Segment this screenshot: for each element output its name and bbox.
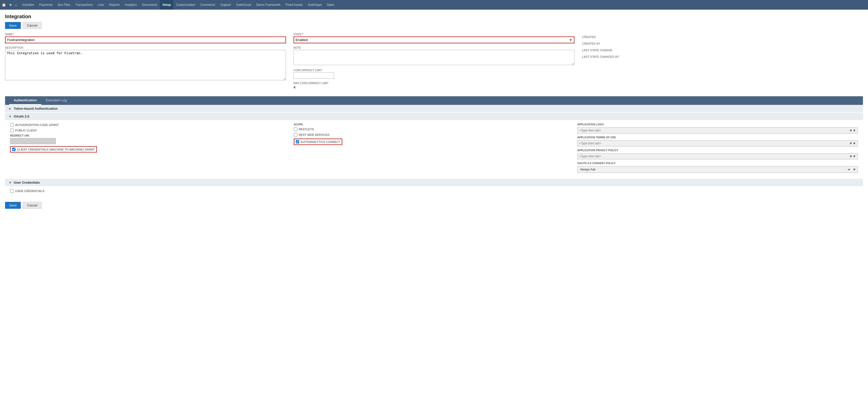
oauth-app-col: APPLICATION LOGO ▼▼ APPLICATION TERMS OF… bbox=[577, 123, 858, 175]
nav-lists[interactable]: Lists bbox=[95, 0, 106, 10]
nav-suitesocial[interactable]: SuiteSocial bbox=[234, 0, 254, 10]
redirect-uri-input[interactable] bbox=[10, 138, 56, 144]
rest-web-services-row: REST WEB SERVICES bbox=[294, 133, 575, 136]
nav-support[interactable]: Support bbox=[218, 0, 234, 10]
top-button-row: Save Cancel bbox=[5, 22, 863, 29]
created-label: CREATED bbox=[582, 35, 863, 38]
nav-bar: ⏰ ★ ⌂ Activities Payments Box Files Tran… bbox=[0, 0, 868, 10]
consent-select[interactable]: Always Ask Skip If Allowed Skip Always bbox=[578, 166, 851, 172]
main-content: Integration Save Cancel NAME* DESCRIPTIO… bbox=[0, 10, 868, 222]
tab-execution-log[interactable]: Execution Log bbox=[41, 96, 71, 105]
created-by-label: CREATED BY bbox=[582, 42, 863, 45]
user-credentials-section-header[interactable]: ▼ User Credentials bbox=[5, 179, 863, 186]
tab-authentication[interactable]: Authentication bbox=[9, 96, 41, 105]
app-terms-input[interactable] bbox=[578, 140, 847, 146]
state-label: STATE* bbox=[293, 33, 575, 36]
concurrency-input[interactable] bbox=[293, 72, 334, 79]
tabs-bar: Authentication Execution Log bbox=[5, 96, 863, 105]
nav-transactions[interactable]: Transactions bbox=[73, 0, 95, 10]
nav-icons: ⏰ ★ ⌂ bbox=[2, 3, 17, 7]
save-button-top[interactable]: Save bbox=[5, 22, 21, 29]
app-terms-select-wrap: ▼▼ bbox=[577, 140, 858, 147]
nav-payments[interactable]: Payments bbox=[36, 0, 55, 10]
note-label: NOTE bbox=[293, 46, 575, 49]
oauth-section-header[interactable]: ▼ OAuth 2.0 bbox=[5, 113, 863, 120]
last-state-changed-by-label: LAST STATE CHANGED BY bbox=[582, 55, 863, 58]
oauth-title: OAuth 2.0 bbox=[14, 115, 29, 118]
rest-web-services-checkbox[interactable] bbox=[294, 133, 297, 136]
app-logo-label: APPLICATION LOGO bbox=[577, 123, 858, 126]
public-client-row: PUBLIC CLIENT bbox=[10, 129, 291, 132]
nav-setup[interactable]: Setup bbox=[160, 0, 174, 10]
concurrency-label: CONCURRENCY LIMIT bbox=[293, 69, 575, 72]
nav-suiteapps[interactable]: SuiteApps bbox=[305, 0, 324, 10]
home-icon[interactable]: ⌂ bbox=[15, 3, 17, 7]
form-col-1: NAME* DESCRIPTION This Integration is us… bbox=[5, 33, 286, 92]
user-credentials-title: User Credentials bbox=[14, 181, 40, 185]
user-credentials-checkbox[interactable] bbox=[10, 189, 14, 193]
token-based-toggle-icon: ► bbox=[9, 107, 12, 110]
user-credentials-row: USER CREDENTIALS bbox=[10, 189, 858, 193]
max-concurrency-field-group: MAX CONCURRENCY LIMIT 4 bbox=[293, 82, 575, 89]
public-client-checkbox[interactable] bbox=[10, 129, 14, 132]
oauth-scope-col: SCOPE RESTLETS REST WEB SERVICES SUITEAN… bbox=[294, 123, 575, 175]
nav-sales[interactable]: Sales bbox=[324, 0, 337, 10]
consent-select-wrap: Always Ask Skip If Allowed Skip Always ▼ bbox=[577, 166, 858, 173]
client-credentials-checkbox[interactable] bbox=[12, 148, 16, 151]
max-concurrency-value: 4 bbox=[293, 85, 575, 89]
star-icon[interactable]: ★ bbox=[9, 3, 12, 7]
app-terms-arrow-icon: ▼▼ bbox=[847, 141, 858, 146]
nav-reports[interactable]: Reports bbox=[106, 0, 122, 10]
suiteanalytics-connect-label: SUITEANALYTICS CONNECT bbox=[301, 140, 340, 143]
description-field-group: DESCRIPTION This Integration is used for… bbox=[5, 46, 286, 81]
app-terms-label: APPLICATION TERMS OF USE bbox=[577, 136, 858, 139]
name-label: NAME* bbox=[5, 33, 286, 36]
oauth-grid: AUTHORIZATION CODE GRANT PUBLIC CLIENT R… bbox=[10, 123, 858, 175]
restlets-checkbox[interactable] bbox=[294, 127, 297, 131]
authorization-code-grant-checkbox[interactable] bbox=[10, 123, 14, 127]
user-credentials-toggle-icon: ▼ bbox=[9, 181, 12, 185]
token-based-section-header[interactable]: ► Token-based Authentication bbox=[5, 105, 863, 112]
state-select-wrap: Enabled Disabled ▼ bbox=[293, 36, 575, 43]
last-state-change-label: LAST STATE CHANGE bbox=[582, 49, 863, 52]
restlets-label: RESTLETS bbox=[299, 128, 314, 131]
user-credentials-section-body: USER CREDENTIALS bbox=[5, 186, 863, 198]
nav-analytics[interactable]: Analytics bbox=[122, 0, 140, 10]
cancel-button-bottom[interactable]: Cancel bbox=[23, 202, 41, 209]
description-label: DESCRIPTION bbox=[5, 46, 286, 49]
description-textarea[interactable]: This Integration is used for Fivetran. bbox=[5, 50, 286, 80]
suiteanalytics-connect-checkbox[interactable] bbox=[296, 140, 299, 143]
app-privacy-input[interactable] bbox=[578, 154, 847, 159]
state-select[interactable]: Enabled Disabled bbox=[294, 37, 567, 43]
nav-fixed-assets[interactable]: Fixed Assets bbox=[283, 0, 305, 10]
suiteanalytics-row: SUITEANALYTICS CONNECT bbox=[294, 138, 342, 145]
name-input[interactable] bbox=[5, 36, 286, 43]
oauth-toggle-icon: ▼ bbox=[9, 115, 12, 118]
nav-customization[interactable]: Customization bbox=[174, 0, 198, 10]
page-title: Integration bbox=[5, 14, 863, 20]
app-logo-input[interactable] bbox=[578, 128, 847, 133]
save-button-bottom[interactable]: Save bbox=[5, 202, 21, 209]
app-logo-select-wrap: ▼▼ bbox=[577, 127, 858, 133]
consent-select-arrow-icon: ▼ bbox=[851, 167, 858, 171]
consent-policy-group: OAUTH 2.0 CONSENT POLICY Always Ask Skip… bbox=[577, 162, 858, 173]
nav-commerce[interactable]: Commerce bbox=[198, 0, 218, 10]
history-icon[interactable]: ⏰ bbox=[2, 3, 6, 7]
nav-box-files[interactable]: Box Files bbox=[55, 0, 73, 10]
nav-demo-framework[interactable]: Demo Framework bbox=[254, 0, 283, 10]
app-terms-group: APPLICATION TERMS OF USE ▼▼ bbox=[577, 136, 858, 147]
nav-activities[interactable]: Activities bbox=[20, 0, 36, 10]
max-concurrency-label: MAX CONCURRENCY LIMIT bbox=[293, 82, 575, 85]
app-privacy-group: APPLICATION PRIVACY POLICY ▼▼ bbox=[577, 149, 858, 159]
bottom-button-row: Save Cancel bbox=[5, 202, 863, 214]
redirect-uri-label: REDIRECT URI bbox=[10, 134, 291, 137]
nav-documents[interactable]: Documents bbox=[140, 0, 160, 10]
concurrency-field-group: CONCURRENCY LIMIT bbox=[293, 69, 575, 79]
state-field-group: STATE* Enabled Disabled ▼ bbox=[293, 33, 575, 43]
note-textarea[interactable] bbox=[293, 50, 575, 65]
app-privacy-select-wrap: ▼▼ bbox=[577, 153, 858, 159]
cancel-button-top[interactable]: Cancel bbox=[23, 22, 41, 29]
token-based-title: Token-based Authentication bbox=[14, 107, 58, 110]
redirect-uri-group: REDIRECT URI bbox=[10, 134, 291, 144]
app-privacy-arrow-icon: ▼▼ bbox=[847, 154, 858, 158]
